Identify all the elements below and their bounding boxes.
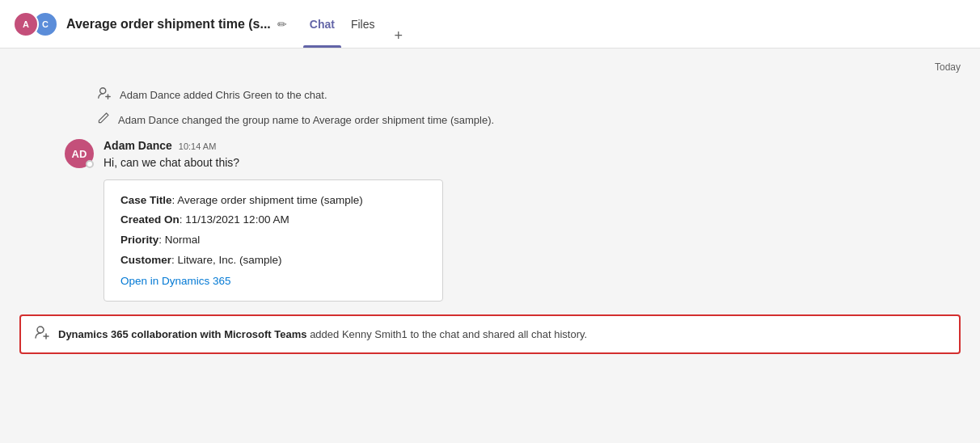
notification-text: Dynamics 365 collaboration with Microsof… [58,328,587,340]
created-on-field: Created On: 11/13/2021 12:00 AM [120,213,426,228]
pencil-icon [97,112,110,128]
system-message-1-text: Adam Dance added Chris Green to the chat… [120,89,327,101]
notification-bold: Dynamics 365 collaboration with Microsof… [58,328,307,340]
page-title: Average order shipment time (s... [66,17,271,32]
open-in-dynamics-link[interactable]: Open in Dynamics 365 [120,275,231,287]
avatar: AD [65,139,94,168]
system-message-2: Adam Dance changed the group name to Ave… [0,108,980,131]
tab-chat[interactable]: Chat [303,0,341,48]
bottom-notification: Dynamics 365 collaboration with Microsof… [19,314,961,354]
customer-field: Customer: Litware, Inc. (sample) [120,253,426,268]
avatar-a: A [13,11,39,37]
system-message-2-text: Adam Dance changed the group name to Ave… [118,114,494,126]
message-meta: Adam Dance 10:14 AM [103,139,915,152]
notification-rest: added Kenny Smith1 to the chat and share… [307,328,588,340]
svg-point-0 [100,88,106,94]
app-header: A C Average order shipment time (s... ✏ … [0,0,980,49]
notification-icon [34,324,50,344]
tab-bar: Chat Files + [303,0,409,48]
status-dot [86,160,94,168]
message-time: 10:14 AM [179,141,216,151]
case-card: Case Title: Average order shipment time … [103,179,443,302]
chat-message: AD Adam Dance 10:14 AM Hi, can we chat a… [0,133,980,308]
system-message-1: Adam Dance added Chris Green to the chat… [0,82,980,107]
tab-files[interactable]: Files [344,0,382,48]
chat-area: Today Adam Dance added Chris Green to th… [0,49,980,443]
svg-point-1 [37,327,44,333]
case-title-field: Case Title: Average order shipment time … [120,193,426,209]
add-tab-button[interactable]: + [388,24,410,48]
edit-icon[interactable]: ✏ [277,18,287,31]
message-text: Hi, can we chat about this? [103,155,915,171]
add-person-icon [97,86,112,103]
priority-field: Priority: Normal [120,233,426,248]
avatar-group: A C [13,11,58,37]
date-label: Today [0,61,980,73]
message-author: Adam Dance [103,139,172,152]
message-content: Adam Dance 10:14 AM Hi, can we chat abou… [103,139,915,302]
